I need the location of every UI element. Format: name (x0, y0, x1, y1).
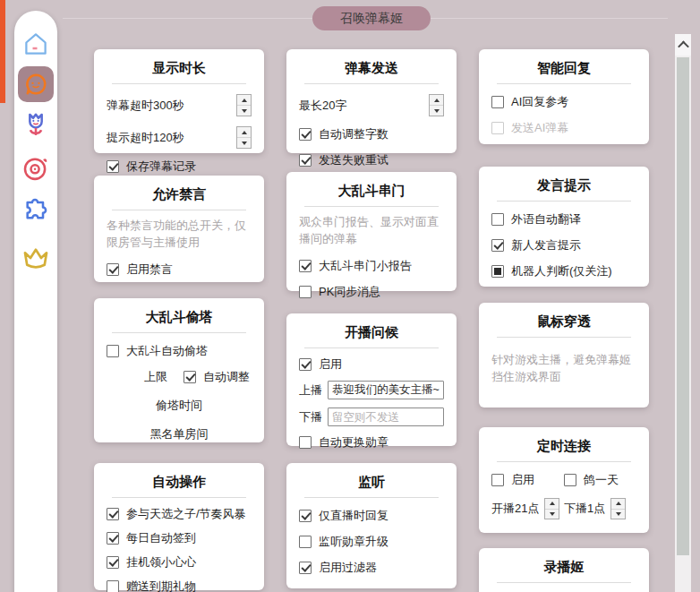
checkbox-lottery[interactable]: 参与天选之子/节奏风暴 (107, 506, 252, 522)
scrollbar[interactable] (675, 34, 691, 592)
checkbox-auto-steal[interactable]: 大乱斗自动偷塔 (107, 343, 252, 359)
checkbox-icon[interactable] (299, 358, 312, 371)
checkbox-newbie-tip[interactable]: 新人发言提示 (491, 237, 636, 253)
divider (497, 337, 631, 338)
checkbox-icon[interactable] (491, 239, 504, 252)
checkbox-icon[interactable] (299, 286, 312, 298)
checkbox-icon (491, 122, 504, 134)
start-hour-label: 开播21点 (491, 501, 539, 517)
limit-row: 上限 自动调整 (107, 369, 252, 385)
checkbox-live-reply[interactable]: 仅直播时回复 (299, 508, 444, 524)
card-description: 观众串门报告、显示对面直播间的弹幕 (299, 214, 444, 248)
danmaku-timeout-spinner[interactable] (236, 94, 252, 116)
card-auto-operations: 自动操作 参与天选之子/节奏风暴 每日自动签到 挂机领小心心 赠送到期礼物 (94, 463, 264, 590)
checkbox-auto-translate[interactable]: 外语自动翻译 (491, 211, 636, 227)
max-length-spinner[interactable] (429, 94, 444, 116)
spinner-down-icon[interactable] (545, 510, 559, 519)
card-smart-reply: 智能回复 AI回复参考 发送AI弹幕 (479, 49, 649, 144)
checkbox-idle-hearts[interactable]: 挂机领小心心 (107, 554, 252, 571)
checkbox-icon[interactable] (107, 532, 119, 545)
stop-hour-spinner[interactable] (610, 498, 626, 519)
spinner-up-icon[interactable] (237, 95, 251, 106)
sidebar-item-danmaku-selected[interactable] (18, 66, 54, 102)
checkbox-retry[interactable]: 发送失败重试 (299, 152, 444, 168)
checkbox-robot-detect[interactable]: 机器人判断(仅关注) (491, 263, 636, 279)
checkbox-timer-enable[interactable]: 启用 (491, 472, 564, 488)
divider (304, 206, 439, 207)
divider (112, 497, 246, 498)
checkbox-icon[interactable] (107, 508, 119, 520)
checkbox-auto-adjust-count[interactable]: 自动调整字数 (299, 126, 444, 142)
checkbox-icon[interactable] (564, 474, 576, 486)
checkbox-icon[interactable] (491, 265, 504, 278)
checkbox-icon[interactable] (299, 128, 312, 141)
checkbox-save-record[interactable]: 保存弹幕记录 (107, 159, 252, 175)
checkbox-label: 每日自动签到 (126, 530, 196, 546)
checkbox-icon[interactable] (299, 510, 312, 522)
checkbox-label: 启用过滤器 (319, 560, 377, 576)
spinner-up-icon[interactable] (430, 95, 443, 106)
card-title: 定时连接 (491, 438, 636, 455)
checkbox-icon[interactable] (299, 154, 312, 167)
stream-on-input[interactable] (328, 381, 444, 399)
checkbox-icon[interactable] (491, 474, 504, 486)
checkbox-medal-upgrade[interactable]: 监听勋章升级 (299, 534, 444, 550)
checkbox-filter[interactable]: 启用过滤器 (299, 560, 444, 576)
divider (304, 347, 439, 348)
card-title: 发言提示 (491, 177, 636, 194)
card-title: 开播问候 (299, 324, 444, 341)
card-title: 大乱斗串门 (299, 183, 444, 200)
divider (304, 497, 439, 498)
checkbox-enable-mute[interactable]: 启用禁言 (107, 262, 252, 278)
checkbox-icon[interactable] (107, 580, 119, 592)
checkbox-auto-medal[interactable]: 自动更换勋章 (299, 434, 444, 450)
checkbox-icon[interactable] (299, 436, 312, 449)
scrollbar-thumb[interactable] (677, 57, 689, 555)
tip-timeout-spinner[interactable] (236, 126, 252, 149)
checkbox-label: 大乱斗串门小报告 (319, 258, 412, 274)
checkbox-ai-reference[interactable]: AI回复参考 (491, 94, 636, 110)
scrollbar-up-icon[interactable] (675, 34, 691, 56)
checkbox-icon[interactable] (491, 213, 504, 226)
flower-smiley-icon (21, 109, 50, 142)
checkbox-icon[interactable] (184, 371, 196, 383)
spinner-up-icon[interactable] (237, 127, 251, 138)
stream-off-input[interactable] (328, 408, 444, 426)
sidebar-item-disc[interactable] (14, 154, 57, 183)
card-description: 各种禁言功能的总开关，仅限房管与主播使用 (107, 218, 252, 252)
spinner-up-icon[interactable] (611, 499, 625, 510)
checkbox-icon[interactable] (107, 345, 119, 357)
checkbox-icon[interactable] (299, 536, 312, 548)
checkbox-icon[interactable] (299, 562, 312, 574)
checkbox-label: 赠送到期礼物 (126, 579, 196, 592)
sidebar-item-puzzle[interactable] (14, 197, 57, 226)
start-hour-spinner[interactable] (544, 498, 559, 519)
checkbox-icon[interactable] (299, 260, 312, 272)
checkbox-auto-adjust[interactable]: 自动调整 (184, 369, 250, 385)
summon-danmaku-button[interactable]: 召唤弹幕姬 (312, 6, 431, 30)
sidebar-item-flower[interactable] (14, 109, 57, 142)
sidebar-item-crown[interactable] (14, 244, 57, 272)
spinner-down-icon[interactable] (237, 106, 251, 116)
checkbox-icon[interactable] (107, 263, 119, 276)
checkbox-label: 自动调整 (203, 369, 250, 385)
checkbox-visit-report[interactable]: 大乱斗串门小报告 (299, 258, 444, 274)
checkbox-daily-sign[interactable]: 每日自动签到 (107, 530, 252, 546)
spinner-up-icon[interactable] (545, 499, 559, 510)
divider (112, 83, 246, 84)
checkbox-icon[interactable] (491, 96, 504, 108)
checkbox-pk-sync[interactable]: PK同步消息 (299, 284, 444, 300)
spinner-down-icon[interactable] (237, 138, 251, 148)
checkbox-greeting-enable[interactable]: 启用 (299, 356, 444, 373)
spinner-down-icon[interactable] (430, 106, 443, 116)
checkbox-expiring-gifts[interactable]: 赠送到期礼物 (107, 579, 252, 592)
checkbox-skip-day[interactable]: 鸽一天 (564, 472, 636, 488)
checkbox-icon[interactable] (107, 160, 119, 173)
spinner-down-icon[interactable] (611, 510, 625, 519)
home-icon (22, 30, 49, 57)
sidebar-item-home[interactable] (14, 30, 57, 57)
checkbox-icon[interactable] (107, 556, 119, 569)
checkbox-label: 参与天选之子/节奏风暴 (126, 506, 246, 522)
card-title: 显示时长 (107, 60, 252, 77)
divider (112, 332, 246, 333)
